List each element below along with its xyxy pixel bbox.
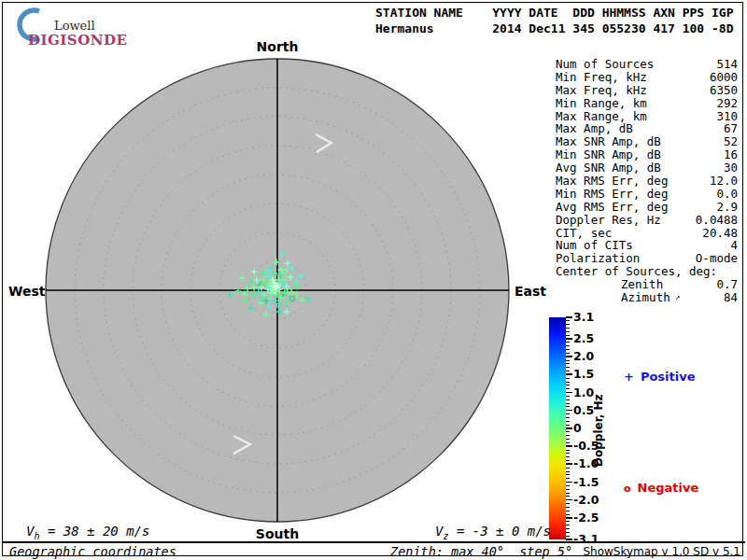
colorbar-minor-tick	[566, 528, 570, 529]
colorbar-minor-tick	[566, 514, 570, 515]
colorbar-tick-label: 3.1	[573, 310, 594, 324]
stat-row: Center of Sources, deg:	[523, 264, 738, 277]
stat-value: 16	[724, 147, 738, 161]
colorbar-minor-tick	[566, 496, 570, 497]
colorbar-minor-tick	[566, 335, 570, 336]
vh-value: = 38 ± 20 m/s	[39, 524, 149, 539]
plus-icon: +	[624, 370, 634, 384]
colorbar-minor-tick	[566, 349, 570, 350]
stat-label: Min Freq, kHz	[556, 70, 647, 84]
positive-doppler-legend: +Positive	[624, 370, 696, 384]
colorbar-major-tick	[566, 427, 572, 429]
colorbar-major-tick	[566, 410, 572, 412]
lowell-digisonde-logo: Lowell DIGISONDE	[9, 7, 131, 44]
colorbar-minor-tick	[566, 442, 570, 443]
stat-label: Num of Sources	[556, 57, 654, 71]
colorbar-minor-tick	[566, 489, 570, 490]
logo-digisonde-text: DIGISONDE	[28, 32, 127, 49]
colorbar-minor-tick	[566, 511, 570, 511]
station-header: STATION NAME YYYY DATE DDD HHMMSS AXN PP…	[375, 6, 734, 36]
colorbar-tick-label: 0	[573, 421, 582, 435]
header-columns: STATION NAME YYYY DATE DDD HHMMSS AXN PP…	[375, 6, 734, 20]
stat-label: Avg RMS Err, deg	[556, 200, 668, 214]
colorbar-minor-tick	[566, 353, 570, 354]
colorbar-tick-label: -2.0	[573, 493, 599, 507]
colorbar-minor-tick	[566, 421, 570, 422]
colorbar-tick-label: 1.0	[573, 385, 594, 399]
stat-label: Num of CITs	[556, 238, 633, 252]
horizontal-velocity-readout: Vh = 38 ± 20 m/s	[26, 524, 149, 541]
colorbar-minor-tick	[566, 435, 570, 436]
colorbar-minor-tick	[566, 382, 570, 383]
stat-row: Max SNR Amp, dB52	[523, 134, 738, 147]
stat-row: Avg SNR Amp, dB30	[523, 161, 738, 174]
circle-icon: o	[624, 483, 631, 495]
stat-value: 4	[730, 238, 738, 252]
colorbar-minor-tick	[566, 385, 570, 385]
colorbar-minor-tick	[566, 328, 570, 329]
stat-value: 20.48	[702, 226, 738, 240]
colorbar-minor-tick	[566, 503, 570, 504]
colorbar-tick-label: 2.0	[573, 349, 594, 363]
compass-south-label: South	[256, 526, 299, 541]
header-values: Hermanus 2014 Dec11 345 055230 417 100 -…	[375, 21, 734, 35]
stat-label: Zenith	[621, 277, 663, 291]
colorbar-major-tick	[566, 499, 572, 501]
stat-value: 6350	[710, 83, 738, 97]
stat-row: Max RMS Err, deg12.0	[523, 174, 738, 187]
colorbar-minor-tick	[566, 471, 570, 472]
stat-row: PolarizationO-mode	[523, 251, 738, 264]
positive-label: Positive	[641, 370, 696, 384]
colorbar-minor-tick	[566, 485, 570, 486]
colorbar-major-tick	[566, 463, 572, 465]
colorbar-tick-label: 2.5	[573, 331, 594, 345]
stat-row: CIT, sec20.48	[523, 226, 738, 239]
colorbar-minor-tick	[566, 450, 570, 451]
colorbar-major-tick	[566, 356, 572, 357]
zenith-range-note: Zenith: max 40° step 5°	[390, 544, 572, 559]
stat-value: 0.7	[716, 277, 738, 291]
stat-label: Min RMS Err, deg	[556, 187, 668, 201]
colorbar-minor-tick	[566, 406, 570, 407]
colorbar-minor-tick	[566, 367, 570, 368]
colorbar-minor-tick	[566, 453, 570, 454]
stat-label: Min SNR Amp, dB	[556, 147, 661, 161]
colorbar-minor-tick	[566, 425, 570, 426]
colorbar-minor-tick	[566, 342, 570, 343]
stat-label: Min Range, km	[556, 96, 647, 110]
colorbar-minor-tick	[566, 478, 570, 479]
colorbar-minor-tick	[566, 399, 570, 400]
colorbar-minor-tick	[566, 396, 570, 397]
colorbar-major-tick	[566, 338, 572, 340]
negative-label: Negative	[638, 481, 699, 495]
colorbar-minor-tick	[566, 345, 570, 346]
colorbar-major-tick	[566, 316, 572, 318]
colorbar-minor-tick	[566, 468, 570, 469]
colorbar-minor-tick	[566, 403, 570, 404]
stat-label: Max Range, km	[556, 109, 647, 123]
colorbar-tick-label: -2.5	[573, 511, 599, 525]
vz-value: = -3 ± 0 m/s	[448, 524, 551, 539]
colorbar-minor-tick	[566, 456, 570, 457]
stat-row: Doppler Res, Hz0.0488	[523, 213, 738, 226]
stat-value: 84	[724, 290, 738, 304]
stat-value: 52	[724, 134, 738, 148]
colorbar-minor-tick	[566, 536, 570, 537]
colorbar-major-tick	[566, 373, 572, 375]
colorbar-major-tick	[566, 392, 572, 394]
compass-north-label: North	[257, 39, 299, 54]
stat-value: 2.9	[716, 200, 738, 214]
stat-value: 67	[724, 121, 738, 135]
stat-label: Max Freq, kHz	[556, 83, 647, 97]
colorbar-title: Doppler, Hz	[592, 371, 605, 489]
colorbar-major-tick	[566, 445, 572, 447]
colorbar-tick-label: -3.1	[573, 532, 599, 546]
stat-value: 310	[716, 109, 738, 123]
stat-row: Min RMS Err, deg0.0	[523, 187, 738, 200]
stat-row: Num of CITs4	[523, 238, 738, 251]
measurement-stats-panel: Num of Sources514Min Freq, kHz6000Max Fr…	[523, 57, 738, 303]
colorbar-minor-tick	[566, 474, 570, 475]
stat-row: Min Freq, kHz6000	[523, 70, 738, 83]
showskymap-window: Lowell DIGISONDE STATION NAME YYYY DATE …	[0, 0, 747, 560]
stat-row: Max Freq, kHz6350	[523, 83, 738, 96]
